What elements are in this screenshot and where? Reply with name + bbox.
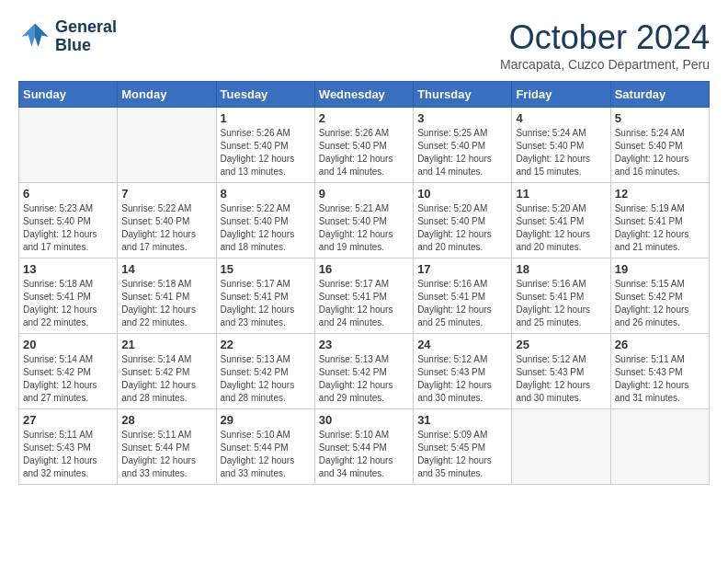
day-info: Sunrise: 5:11 AMSunset: 5:43 PMDaylight:… <box>615 353 705 405</box>
calendar-day-cell: 16Sunrise: 5:17 AMSunset: 5:41 PMDayligh… <box>314 259 413 334</box>
day-number: 19 <box>615 262 705 276</box>
day-info: Sunrise: 5:16 AMSunset: 5:41 PMDaylight:… <box>516 278 606 329</box>
day-info: Sunrise: 5:22 AMSunset: 5:40 PMDaylight:… <box>221 202 311 254</box>
day-number: 8 <box>221 187 311 201</box>
weekday-header-cell: Wednesday <box>314 82 413 108</box>
title-area: October 2024 Marcapata, Cuzco Department… <box>500 18 710 72</box>
calendar-day-cell: 26Sunrise: 5:11 AMSunset: 5:43 PMDayligh… <box>610 334 709 409</box>
day-info: Sunrise: 5:11 AMSunset: 5:44 PMDaylight:… <box>121 429 211 480</box>
day-info: Sunrise: 5:21 AMSunset: 5:40 PMDaylight:… <box>319 202 409 254</box>
day-info: Sunrise: 5:12 AMSunset: 5:43 PMDaylight:… <box>417 353 507 405</box>
day-info: Sunrise: 5:19 AMSunset: 5:41 PMDaylight:… <box>615 202 705 254</box>
calendar-week-row: 6Sunrise: 5:23 AMSunset: 5:40 PMDaylight… <box>19 183 710 259</box>
calendar-day-cell: 11Sunrise: 5:20 AMSunset: 5:41 PMDayligh… <box>512 183 610 259</box>
calendar-day-cell: 14Sunrise: 5:18 AMSunset: 5:41 PMDayligh… <box>118 259 216 334</box>
day-number: 28 <box>121 413 211 427</box>
calendar-day-cell: 7Sunrise: 5:22 AMSunset: 5:40 PMDaylight… <box>118 183 216 259</box>
calendar-week-row: 27Sunrise: 5:11 AMSunset: 5:43 PMDayligh… <box>19 409 710 485</box>
calendar-day-cell: 30Sunrise: 5:10 AMSunset: 5:44 PMDayligh… <box>314 409 413 485</box>
day-number: 16 <box>319 262 409 276</box>
day-number: 7 <box>121 187 211 201</box>
day-number: 10 <box>417 187 507 201</box>
weekday-header-cell: Thursday <box>414 82 512 108</box>
calendar-body: 1Sunrise: 5:26 AMSunset: 5:40 PMDaylight… <box>19 108 710 485</box>
calendar-day-cell: 8Sunrise: 5:22 AMSunset: 5:40 PMDaylight… <box>216 183 314 259</box>
day-number: 26 <box>615 338 705 351</box>
day-info: Sunrise: 5:18 AMSunset: 5:41 PMDaylight:… <box>23 278 113 329</box>
day-number: 17 <box>417 262 507 276</box>
calendar-day-cell: 19Sunrise: 5:15 AMSunset: 5:42 PMDayligh… <box>610 259 709 334</box>
day-number: 23 <box>319 338 409 351</box>
weekday-header-row: SundayMondayTuesdayWednesdayThursdayFrid… <box>19 82 710 108</box>
day-number: 31 <box>417 413 507 427</box>
calendar-week-row: 1Sunrise: 5:26 AMSunset: 5:40 PMDaylight… <box>19 108 710 183</box>
calendar-day-cell: 1Sunrise: 5:26 AMSunset: 5:40 PMDaylight… <box>216 108 314 183</box>
day-info: Sunrise: 5:26 AMSunset: 5:40 PMDaylight:… <box>221 127 311 178</box>
calendar-day-cell: 6Sunrise: 5:23 AMSunset: 5:40 PMDaylight… <box>19 183 118 259</box>
day-number: 18 <box>516 262 606 276</box>
svg-marker-1 <box>35 23 48 46</box>
day-number: 15 <box>221 262 311 276</box>
calendar-day-cell <box>118 108 216 183</box>
day-info: Sunrise: 5:20 AMSunset: 5:41 PMDaylight:… <box>516 202 606 254</box>
calendar-day-cell: 24Sunrise: 5:12 AMSunset: 5:43 PMDayligh… <box>414 334 512 409</box>
day-info: Sunrise: 5:18 AMSunset: 5:41 PMDaylight:… <box>121 278 211 329</box>
day-info: Sunrise: 5:25 AMSunset: 5:40 PMDaylight:… <box>417 127 507 178</box>
weekday-header-cell: Sunday <box>19 82 118 108</box>
day-number: 2 <box>319 111 409 125</box>
day-number: 13 <box>23 262 113 276</box>
calendar-day-cell: 25Sunrise: 5:12 AMSunset: 5:43 PMDayligh… <box>512 334 610 409</box>
calendar-table: SundayMondayTuesdayWednesdayThursdayFrid… <box>18 81 710 485</box>
day-info: Sunrise: 5:26 AMSunset: 5:40 PMDaylight:… <box>319 127 409 178</box>
calendar-day-cell <box>19 108 118 183</box>
calendar-day-cell: 13Sunrise: 5:18 AMSunset: 5:41 PMDayligh… <box>19 259 118 334</box>
calendar-week-row: 20Sunrise: 5:14 AMSunset: 5:42 PMDayligh… <box>19 334 710 409</box>
day-number: 3 <box>417 111 507 125</box>
day-info: Sunrise: 5:14 AMSunset: 5:42 PMDaylight:… <box>23 353 113 405</box>
header: General Blue October 2024 Marcapata, Cuz… <box>18 18 710 72</box>
day-info: Sunrise: 5:13 AMSunset: 5:42 PMDaylight:… <box>319 353 409 405</box>
calendar-day-cell: 5Sunrise: 5:24 AMSunset: 5:40 PMDaylight… <box>610 108 709 183</box>
calendar-day-cell: 23Sunrise: 5:13 AMSunset: 5:42 PMDayligh… <box>314 334 413 409</box>
day-number: 29 <box>221 413 311 427</box>
day-info: Sunrise: 5:10 AMSunset: 5:44 PMDaylight:… <box>319 429 409 480</box>
day-info: Sunrise: 5:22 AMSunset: 5:40 PMDaylight:… <box>121 202 211 254</box>
day-number: 14 <box>121 262 211 276</box>
month-title: October 2024 <box>500 18 710 57</box>
calendar-day-cell: 9Sunrise: 5:21 AMSunset: 5:40 PMDaylight… <box>314 183 413 259</box>
day-number: 20 <box>23 338 113 351</box>
day-number: 4 <box>516 111 606 125</box>
day-number: 27 <box>23 413 113 427</box>
weekday-header-cell: Friday <box>512 82 610 108</box>
calendar-day-cell: 31Sunrise: 5:09 AMSunset: 5:45 PMDayligh… <box>414 409 512 485</box>
logo: General Blue <box>18 18 117 55</box>
day-info: Sunrise: 5:10 AMSunset: 5:44 PMDaylight:… <box>221 429 311 480</box>
weekday-header-cell: Monday <box>118 82 216 108</box>
day-info: Sunrise: 5:12 AMSunset: 5:43 PMDaylight:… <box>516 353 606 405</box>
calendar-day-cell: 15Sunrise: 5:17 AMSunset: 5:41 PMDayligh… <box>216 259 314 334</box>
day-number: 30 <box>319 413 409 427</box>
day-info: Sunrise: 5:11 AMSunset: 5:43 PMDaylight:… <box>23 429 113 480</box>
day-info: Sunrise: 5:24 AMSunset: 5:40 PMDaylight:… <box>516 127 606 178</box>
day-info: Sunrise: 5:24 AMSunset: 5:40 PMDaylight:… <box>615 127 705 178</box>
day-number: 22 <box>221 338 311 351</box>
weekday-header-cell: Tuesday <box>216 82 314 108</box>
calendar-day-cell: 10Sunrise: 5:20 AMSunset: 5:40 PMDayligh… <box>414 183 512 259</box>
day-info: Sunrise: 5:16 AMSunset: 5:41 PMDaylight:… <box>417 278 507 329</box>
day-number: 6 <box>23 187 113 201</box>
day-number: 5 <box>615 111 705 125</box>
day-info: Sunrise: 5:14 AMSunset: 5:42 PMDaylight:… <box>121 353 211 405</box>
logo-text: General Blue <box>55 18 117 55</box>
calendar-day-cell: 27Sunrise: 5:11 AMSunset: 5:43 PMDayligh… <box>19 409 118 485</box>
calendar-week-row: 13Sunrise: 5:18 AMSunset: 5:41 PMDayligh… <box>19 259 710 334</box>
logo-icon <box>18 20 51 53</box>
calendar-day-cell: 3Sunrise: 5:25 AMSunset: 5:40 PMDaylight… <box>414 108 512 183</box>
weekday-header-cell: Saturday <box>610 82 709 108</box>
calendar-day-cell <box>610 409 709 485</box>
calendar-day-cell: 29Sunrise: 5:10 AMSunset: 5:44 PMDayligh… <box>216 409 314 485</box>
day-info: Sunrise: 5:17 AMSunset: 5:41 PMDaylight:… <box>221 278 311 329</box>
calendar-day-cell: 2Sunrise: 5:26 AMSunset: 5:40 PMDaylight… <box>314 108 413 183</box>
day-number: 1 <box>221 111 311 125</box>
calendar-day-cell: 18Sunrise: 5:16 AMSunset: 5:41 PMDayligh… <box>512 259 610 334</box>
day-number: 24 <box>417 338 507 351</box>
